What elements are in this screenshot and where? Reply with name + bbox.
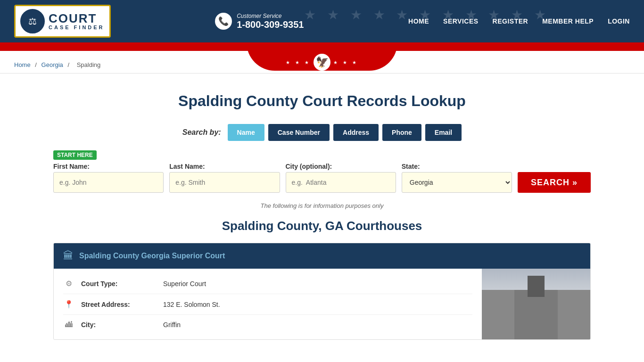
logo-area: ⚖ COURT CASE FINDER bbox=[14, 5, 111, 38]
city-input[interactable] bbox=[286, 172, 396, 193]
street-address-value: 132 E. Solomon St. bbox=[163, 301, 220, 308]
court-info: ⚙ Court Type: Superior Court 📍 Street Ad… bbox=[54, 269, 482, 339]
street-address-row: 📍 Street Address: 132 E. Solomon St. bbox=[63, 294, 472, 315]
city-label-info: City: bbox=[81, 321, 157, 329]
breadcrumb-sep2: / bbox=[67, 61, 69, 68]
breadcrumb-current: Spalding bbox=[77, 61, 101, 68]
city-icon: 🏙 bbox=[63, 321, 74, 329]
cs-label: Customer Service bbox=[237, 13, 304, 19]
eagle-icon: 🦅 bbox=[314, 54, 330, 71]
logo-case-finder-label: CASE FINDER bbox=[49, 25, 105, 30]
city-label: City (optional): bbox=[286, 163, 396, 170]
courthouses-title: Spalding County, GA Courthouses bbox=[53, 219, 591, 233]
first-name-group: First Name: bbox=[53, 163, 164, 193]
court-type-icon: ⚙ bbox=[63, 279, 74, 288]
nav-services[interactable]: SERVICES bbox=[443, 17, 479, 25]
banner-stars-right: ★ ★ ★ bbox=[333, 60, 358, 65]
search-by-label: Search by: bbox=[182, 128, 221, 137]
nav-register[interactable]: REGISTER bbox=[493, 17, 528, 25]
court-image bbox=[482, 269, 590, 339]
tab-email[interactable]: Email bbox=[425, 124, 462, 141]
first-name-label: First Name: bbox=[53, 163, 164, 170]
logo-box: ⚖ COURT CASE FINDER bbox=[14, 5, 111, 38]
search-by-row: Search by: Name Case Number Address Phon… bbox=[53, 124, 591, 141]
nav-login[interactable]: LOGIN bbox=[608, 17, 630, 25]
street-address-label: Street Address: bbox=[81, 301, 157, 308]
last-name-label: Last Name: bbox=[169, 163, 280, 170]
banner-stars-left: ★ ★ ★ bbox=[286, 60, 311, 65]
logo-emblem: ⚖ bbox=[20, 9, 45, 33]
customer-service: 📞 Customer Service 1-800-309-9351 bbox=[215, 13, 304, 30]
phone-icon: 📞 bbox=[215, 13, 232, 30]
state-group: State: Georgia Alabama Florida Tennessee bbox=[402, 163, 512, 193]
banner-arch: ★ ★ ★ 🦅 ★ ★ ★ bbox=[247, 42, 397, 71]
main-nav: HOME SERVICES REGISTER MEMBER HELP LOGIN bbox=[408, 17, 630, 25]
courthouse-icon: 🏛 bbox=[63, 250, 74, 262]
city-group: City (optional): bbox=[286, 163, 396, 193]
logo-court-label: COURT bbox=[49, 12, 105, 25]
nav-member-help[interactable]: MEMBER HELP bbox=[542, 17, 594, 25]
city-row: 🏙 City: Griffin bbox=[63, 315, 472, 335]
search-form: First Name: Last Name: City (optional): … bbox=[53, 163, 591, 193]
page-title: Spalding County Court Records Lookup bbox=[53, 92, 591, 110]
breadcrumb-sep1: / bbox=[35, 61, 37, 68]
city-value: Griffin bbox=[163, 321, 181, 329]
last-name-input[interactable] bbox=[169, 172, 280, 193]
cs-text-area: Customer Service 1-800-309-9351 bbox=[237, 13, 304, 30]
tab-address[interactable]: Address bbox=[333, 124, 379, 141]
breadcrumb-home[interactable]: Home bbox=[14, 61, 31, 68]
search-button[interactable]: SEARCH » bbox=[518, 172, 591, 193]
start-here-badge: START HERE bbox=[53, 150, 97, 160]
banner-eagle-area: ★ ★ ★ 🦅 ★ ★ ★ bbox=[286, 54, 358, 71]
breadcrumb-georgia[interactable]: Georgia bbox=[41, 61, 63, 68]
court-card-body: ⚙ Court Type: Superior Court 📍 Street Ad… bbox=[54, 269, 590, 339]
court-card-header: 🏛 Spalding County Georgia Superior Court bbox=[54, 243, 590, 269]
search-form-area: START HERE First Name: Last Name: City (… bbox=[53, 150, 591, 193]
address-icon: 📍 bbox=[63, 300, 74, 309]
cs-phone: 1-800-309-9351 bbox=[237, 19, 304, 30]
logo-text: COURT CASE FINDER bbox=[49, 12, 105, 30]
court-type-value: Superior Court bbox=[163, 280, 206, 288]
banner-stripe: ★ ★ ★ 🦅 ★ ★ ★ bbox=[0, 42, 644, 57]
court-type-row: ⚙ Court Type: Superior Court bbox=[63, 273, 472, 294]
main-content: Spalding County Court Records Lookup Sea… bbox=[39, 74, 605, 359]
state-select[interactable]: Georgia Alabama Florida Tennessee bbox=[402, 172, 512, 193]
court-card: 🏛 Spalding County Georgia Superior Court… bbox=[53, 243, 591, 340]
state-label: State: bbox=[402, 163, 512, 170]
last-name-group: Last Name: bbox=[169, 163, 280, 193]
tab-phone[interactable]: Phone bbox=[382, 124, 421, 141]
info-note: The following is for information purpose… bbox=[53, 202, 591, 209]
first-name-input[interactable] bbox=[53, 172, 164, 193]
court-type-label: Court Type: bbox=[81, 280, 157, 288]
tab-name[interactable]: Name bbox=[228, 124, 264, 141]
tab-case-number[interactable]: Case Number bbox=[268, 124, 330, 141]
nav-home[interactable]: HOME bbox=[408, 17, 429, 25]
building-image bbox=[482, 269, 590, 339]
site-header: ⚖ COURT CASE FINDER 📞 Customer Service 1… bbox=[0, 0, 644, 42]
court-header-link[interactable]: Spalding County Georgia Superior Court bbox=[79, 252, 225, 260]
